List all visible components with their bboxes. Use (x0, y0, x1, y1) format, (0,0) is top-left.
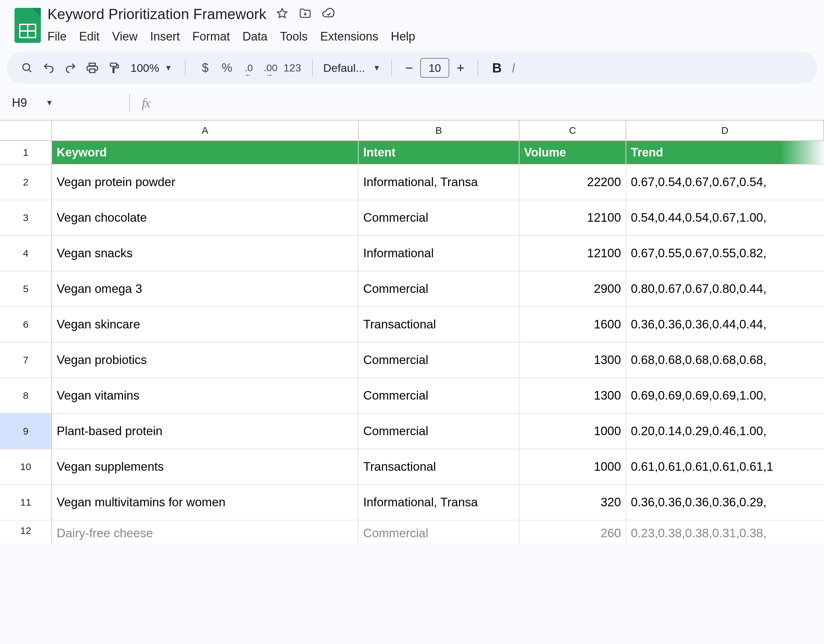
menu-view[interactable]: View (112, 30, 137, 43)
cell-keyword[interactable]: Vegan skincare (52, 307, 358, 342)
cell-keyword[interactable]: Vegan omega 3 (52, 271, 358, 307)
cell-keyword[interactable]: Vegan supplements (52, 449, 358, 484)
cell-intent[interactable]: Commercial (358, 271, 520, 307)
font-size-input[interactable]: 10 (420, 58, 449, 78)
sheets-logo[interactable] (14, 8, 41, 43)
cell-trend[interactable]: 0.61,0.61,0.61,0.61,0.61,1 (626, 449, 824, 484)
row-header[interactable]: 1 (0, 141, 52, 164)
number-format-icon[interactable]: 123 (283, 59, 301, 77)
cell-volume[interactable]: 260 (520, 520, 626, 544)
cell-intent[interactable]: Informational, Transa (358, 485, 520, 520)
column-headers: A B C D (52, 121, 824, 141)
col-header-c[interactable]: C (520, 121, 626, 140)
cell-volume[interactable]: 1000 (520, 414, 626, 449)
row-header[interactable]: 7 (0, 343, 52, 377)
cell-intent[interactable]: Commercial (358, 520, 520, 544)
font-size-decrease[interactable]: − (403, 61, 416, 75)
row-header[interactable]: 8 (0, 378, 52, 413)
cell-volume[interactable]: 1300 (520, 343, 626, 377)
cell-volume[interactable]: 22200 (520, 165, 626, 199)
cell-keyword[interactable]: Dairy-free cheese (52, 520, 358, 544)
header-volume[interactable]: Volume (520, 141, 626, 164)
cell-keyword[interactable]: Plant-based protein (52, 414, 358, 449)
select-all-corner[interactable] (0, 121, 52, 141)
cell-trend[interactable]: 0.67,0.55,0.67,0.55,0.82, (626, 236, 824, 271)
header-keyword[interactable]: Keyword (52, 141, 358, 164)
star-icon[interactable] (275, 7, 289, 21)
cell-intent[interactable]: Transactional (358, 449, 520, 484)
redo-icon[interactable] (61, 59, 80, 77)
cell-trend[interactable]: 0.36,0.36,0.36,0.36,0.29, (626, 485, 824, 520)
cell-intent[interactable]: Transactional (358, 307, 520, 342)
menu-edit[interactable]: Edit (79, 30, 100, 43)
cloud-status-icon[interactable] (322, 7, 335, 21)
cell-trend[interactable]: 0.80,0.67,0.67,0.80,0.44, (626, 271, 824, 307)
menu-data[interactable]: Data (243, 30, 267, 43)
cell-intent[interactable]: Commercial (358, 343, 520, 377)
row-header[interactable]: 11 (0, 485, 52, 520)
font-family-dropdown[interactable]: Defaul... ▼ (323, 61, 381, 74)
cell-volume[interactable]: 12100 (520, 200, 626, 235)
row-header[interactable]: 12 (0, 520, 52, 544)
cell-trend[interactable]: 0.54,0.44,0.54,0.67,1.00, (626, 200, 824, 235)
col-header-b[interactable]: B (358, 121, 520, 140)
name-box[interactable]: H9 ▼ (12, 96, 117, 110)
menu-file[interactable]: File (48, 30, 66, 43)
cell-volume[interactable]: 1300 (520, 378, 626, 413)
decrease-decimal-icon[interactable]: .0← (240, 59, 258, 77)
cell-intent[interactable]: Informational (358, 236, 520, 271)
cell-volume[interactable]: 2900 (520, 271, 626, 307)
header-intent[interactable]: Intent (358, 141, 520, 164)
svg-rect-1 (89, 63, 95, 66)
col-header-d[interactable]: D (626, 121, 824, 140)
row-header[interactable]: 2 (0, 165, 52, 199)
cell-keyword[interactable]: Vegan snacks (52, 236, 358, 271)
row-header[interactable]: 9 (0, 414, 52, 449)
cell-volume[interactable]: 12100 (520, 236, 626, 271)
row-header[interactable]: 3 (0, 200, 52, 235)
menu-format[interactable]: Format (192, 30, 230, 43)
move-to-folder-icon[interactable] (298, 7, 312, 21)
paint-format-icon[interactable] (105, 59, 123, 77)
cell-keyword[interactable]: Vegan probiotics (52, 343, 358, 377)
currency-icon[interactable]: $ (196, 59, 215, 77)
bold-button[interactable]: B (489, 61, 505, 75)
undo-icon[interactable] (40, 59, 58, 77)
row-header[interactable]: 10 (0, 449, 52, 484)
cell-keyword[interactable]: Vegan multivitamins for women (52, 485, 358, 520)
italic-button[interactable]: I (508, 61, 518, 75)
cell-keyword[interactable]: Vegan vitamins (52, 378, 358, 413)
cell-intent[interactable]: Commercial (358, 200, 520, 235)
cell-trend[interactable]: 0.20,0.14,0.29,0.46,1.00, (626, 414, 824, 449)
cell-trend[interactable]: 0.67,0.54,0.67,0.67,0.54, (626, 165, 824, 199)
cell-trend[interactable]: 0.36,0.36,0.36,0.44,0.44, (626, 307, 824, 342)
menu-tools[interactable]: Tools (280, 30, 308, 43)
cell-trend[interactable]: 0.23,0.38,0.38,0.31,0.38, (626, 520, 824, 544)
print-icon[interactable] (83, 59, 101, 77)
zoom-dropdown[interactable]: 100% ▼ (129, 61, 172, 74)
percent-icon[interactable]: % (218, 59, 236, 77)
formula-bar[interactable] (153, 96, 824, 109)
increase-decimal-icon[interactable]: .00→ (261, 59, 280, 77)
menu-insert[interactable]: Insert (150, 30, 180, 43)
cell-volume[interactable]: 1600 (520, 307, 626, 342)
header-trend[interactable]: Trend (626, 141, 824, 164)
cell-volume[interactable]: 1000 (520, 449, 626, 484)
row-header[interactable]: 6 (0, 307, 52, 342)
cell-trend[interactable]: 0.69,0.69,0.69,0.69,1.00, (626, 378, 824, 413)
cell-intent[interactable]: Commercial (358, 378, 520, 413)
cell-keyword[interactable]: Vegan chocolate (52, 200, 358, 235)
doc-title[interactable]: Keyword Prioritization Framework (48, 6, 266, 22)
menu-help[interactable]: Help (391, 30, 415, 43)
cell-keyword[interactable]: Vegan protein powder (52, 165, 358, 199)
row-header[interactable]: 5 (0, 271, 52, 307)
font-size-increase[interactable]: + (454, 61, 467, 75)
cell-intent[interactable]: Commercial (358, 414, 520, 449)
col-header-a[interactable]: A (52, 121, 358, 140)
cell-trend[interactable]: 0.68,0.68,0.68,0.68,0.68, (626, 343, 824, 377)
cell-volume[interactable]: 320 (520, 485, 626, 520)
cell-intent[interactable]: Informational, Transa (358, 165, 520, 199)
row-header[interactable]: 4 (0, 236, 52, 271)
menu-extensions[interactable]: Extensions (320, 30, 378, 43)
search-icon[interactable] (18, 59, 36, 77)
